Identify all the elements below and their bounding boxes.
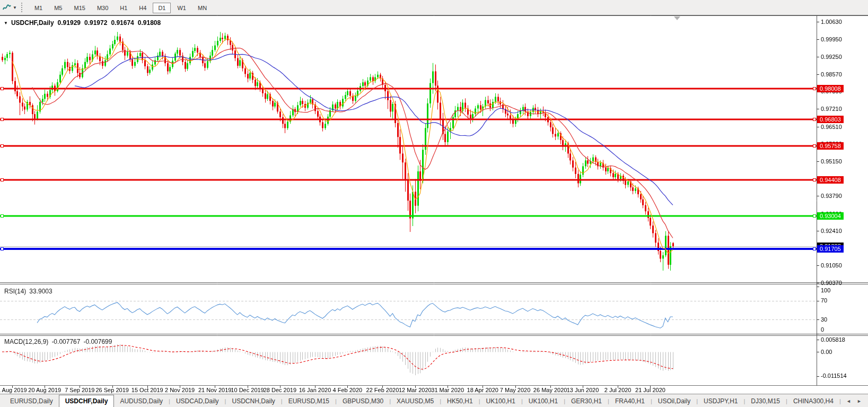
macd-label: MACD(12,26,9)-0.007767-0.007699 <box>4 338 115 345</box>
tab-XAUUSD,M5[interactable]: XAUUSD,M5 <box>391 395 440 407</box>
tab-DJ30,M15[interactable]: DJ30,M15 <box>745 395 786 407</box>
tab-AUDUSD,Daily[interactable]: AUDUSD,Daily <box>114 395 169 407</box>
date-tick-28 Dec 2019: 28 Dec 2019 <box>264 387 296 393</box>
rsi-tick-100: 100 <box>821 287 830 293</box>
tab-USDCNH,Daily[interactable]: USDCNH,Daily <box>226 395 280 407</box>
rsi-label: RSI(14)33.9003 <box>4 288 56 295</box>
date-tick-18 Apr 2020: 18 Apr 2020 <box>467 387 498 393</box>
chart-tabs: EURUSD,DailyUSDCHF,DailyAUDUSD,Daily|USD… <box>0 394 841 407</box>
macd-value-main: -0.007767 <box>51 338 80 345</box>
date-tick-21 Jul 2020: 21 Jul 2020 <box>635 387 665 393</box>
macd-name: MACD(12,26,9) <box>4 338 48 345</box>
date-tick-15 Oct 2019: 15 Oct 2019 <box>131 387 163 393</box>
date-tick-26 May 2020: 26 May 2020 <box>533 387 567 393</box>
ohlc-close: 0.91808 <box>138 19 161 27</box>
tab-FRA40,H1[interactable]: FRA40,H1 <box>609 395 651 407</box>
price-tick-0.97210: 0.97210 <box>821 106 842 112</box>
date-tick-21 Nov 2019: 21 Nov 2019 <box>198 387 231 393</box>
tab-GER30,H1[interactable]: GER30,H1 <box>565 395 608 407</box>
price-tick-0.95150: 0.95150 <box>821 158 842 164</box>
rsi-name: RSI(14) <box>4 288 26 295</box>
price-tick-0.91050: 0.91050 <box>821 262 842 269</box>
symbol-label: USDCHF,Daily <box>11 19 54 27</box>
tab-HK50,H1[interactable]: HK50,H1 <box>441 395 479 407</box>
rsi-tick-30: 30 <box>821 316 827 323</box>
hline-label-0.98008: 0.98008 <box>817 85 844 92</box>
rsi-value: 33.9003 <box>29 288 52 295</box>
date-tick-31 Mar 2020: 31 Mar 2020 <box>431 387 464 393</box>
price-tick-0.93790: 0.93790 <box>821 193 842 199</box>
tab-EURUSD,M15[interactable]: EURUSD,M15 <box>283 395 335 407</box>
price-tick-0.96510: 0.96510 <box>821 124 842 130</box>
date-tick-20 Aug 2019: 20 Aug 2019 <box>28 387 61 393</box>
tab-USDCHF,Daily[interactable]: USDCHF,Daily <box>59 395 115 407</box>
date-tick-2 Jul 2020: 2 Jul 2020 <box>604 387 632 393</box>
date-tick-7 Sep 2019: 7 Sep 2019 <box>65 387 94 393</box>
ohlc-high: 0.91972 <box>84 19 107 27</box>
date-tick-2 Nov 2019: 2 Nov 2019 <box>165 387 195 393</box>
date-tick-13 Jun 2020: 13 Jun 2020 <box>567 387 599 393</box>
tabs-scroll-right-icon[interactable]: ► <box>857 399 862 404</box>
price-tick-0.92410: 0.92410 <box>821 228 842 234</box>
price-tick-0.98570: 0.98570 <box>821 71 842 77</box>
date-tick-16 Jan 2020: 16 Jan 2020 <box>299 387 331 393</box>
date-tick-10 Dec 2019: 10 Dec 2019 <box>231 387 264 393</box>
macd-tick-zero: 0.00 <box>821 349 832 355</box>
macd-tick-max: 0.005818 <box>821 336 845 343</box>
rsi-tick-0: 0 <box>821 326 824 333</box>
tab-GBPUSD,M30[interactable]: GBPUSD,M30 <box>337 395 389 407</box>
price-tick-0.99950: 0.99950 <box>821 36 842 42</box>
tab-EURUSD,Daily[interactable]: EURUSD,Daily <box>4 395 59 407</box>
chart-menu-icon[interactable]: ▼ <box>4 21 8 25</box>
ohlc-low: 0.91674 <box>111 19 134 27</box>
hline-label-0.91705: 0.91705 <box>817 245 844 253</box>
chart-shift-marker-icon[interactable] <box>674 16 680 20</box>
hline-label-0.96803: 0.96803 <box>817 116 844 123</box>
chart-canvas[interactable] <box>0 0 868 407</box>
date-tick-7 May 2020: 7 May 2020 <box>500 387 530 393</box>
price-tick-0.90370: 0.90370 <box>821 280 842 286</box>
hline-label-0.95758: 0.95758 <box>817 142 844 150</box>
hline-label-0.94408: 0.94408 <box>817 176 844 184</box>
price-tick-0.99250: 0.99250 <box>821 54 842 60</box>
ohlc-open: 0.91929 <box>58 19 81 27</box>
tab-CHINA300,H4[interactable]: CHINA300,H4 <box>787 395 839 407</box>
hline-label-0.93004: 0.93004 <box>817 212 844 220</box>
tab-separator: | <box>839 398 841 404</box>
tab-UK100,H1[interactable]: UK100,H1 <box>523 395 564 407</box>
tab-USOil,Daily[interactable]: USOil,Daily <box>652 395 696 407</box>
price-tick-1.00630: 1.00630 <box>821 19 842 25</box>
date-tick-12 Mar 2020: 12 Mar 2020 <box>399 387 432 393</box>
tab-UK100,H1[interactable]: UK100,H1 <box>480 395 521 407</box>
macd-tick-min: -0.011514 <box>821 373 847 379</box>
chart-tabs-bar: EURUSD,DailyUSDCHF,DailyAUDUSD,Daily|USD… <box>0 394 868 407</box>
rsi-tick-70: 70 <box>821 297 827 304</box>
date-tick-1 Aug 2019: 1 Aug 2019 <box>0 387 27 393</box>
date-tick-4 Feb 2020: 4 Feb 2020 <box>333 387 363 393</box>
chart-title: ▼USDCHF,Daily0.919290.919720.916740.9180… <box>4 19 164 27</box>
tab-USDJPY,H1[interactable]: USDJPY,H1 <box>698 395 743 407</box>
tab-USDCAD,Daily[interactable]: USDCAD,Daily <box>170 395 225 407</box>
mt4-window: ▼ M1M5M15M30H1H4D1W1MN ▼USDCHF,Daily0.91… <box>0 0 868 407</box>
date-tick-26 Sep 2019: 26 Sep 2019 <box>95 387 128 393</box>
macd-value-signal: -0.007699 <box>83 338 112 345</box>
date-tick-22 Feb 2020: 22 Feb 2020 <box>366 387 399 393</box>
tabs-scroll-left-icon[interactable]: ◄ <box>846 399 851 404</box>
